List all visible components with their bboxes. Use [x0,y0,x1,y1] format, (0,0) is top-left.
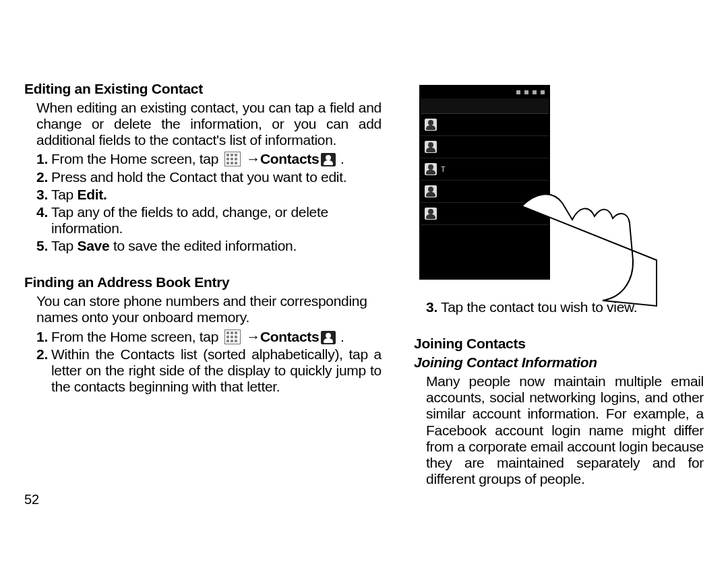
hand-pointer-icon [515,186,663,307]
step-text: Tap the contact tou wish to view. [441,299,637,315]
step-text: . [336,151,344,166]
heading-finding-entry: Finding an Address Book Entry [24,274,382,290]
step-text: Tap [51,187,78,202]
apps-grid-icon [224,330,241,344]
status-bar [421,86,549,98]
bold-label: Contacts [260,151,319,166]
step-item: 4. Tap any of the fields to add, change,… [36,204,382,237]
apps-grid-icon [224,152,241,166]
heading-editing-contact: Editing an Existing Contact [24,81,382,97]
step-number: 2. [36,346,48,363]
steps-finding-entry: 1. From the Home screen, tap →Contacts .… [24,329,382,396]
list-item [421,136,549,158]
list-item: T [421,158,549,181]
step-text: Press and hold the Contact that you want… [51,169,346,185]
step-text: From the Home screen, tap [51,151,222,166]
bold-label: Save [78,238,110,253]
intro-finding-entry: You can store phone numbers and their co… [24,293,382,325]
step-number: 4. [36,204,48,220]
arrow-icon: → [246,151,260,166]
arrow-icon: → [246,329,260,344]
para-joining-info: Many people now maintain multiple email … [414,373,704,487]
contacts-icon [321,331,336,344]
step-item: 1. From the Home screen, tap →Contacts . [36,329,382,345]
step-number: 5. [36,238,48,254]
intro-editing-contact: When editing an existing contact, you ca… [24,100,382,148]
step-text: . [336,329,344,344]
step-text: Within the Contacts list (sorted alphabe… [51,346,382,394]
step-item: 2. Press and hold the Contact that you w… [36,169,382,185]
avatar-icon [425,141,437,153]
step-number: 3. [36,187,48,203]
step-number: 1. [36,329,48,345]
steps-right: 3. Tap the contact tou wish to view. [414,299,704,315]
subheading-joining-info: Joining Contact Information [414,354,704,371]
step-text: Tap any of the fields to add, change, or… [51,204,328,236]
columns: Editing an Existing Contact When editing… [24,81,728,490]
step-text: to save the edited information. [109,238,297,253]
contacts-icon [321,153,336,166]
heading-joining-contacts: Joining Contacts [414,336,704,352]
step-item: 5. Tap Save to save the edited informati… [36,238,382,254]
step-item: 3. Tap Edit. [36,187,382,203]
step-number: 2. [36,169,48,185]
step-item: 1. From the Home screen, tap →Contacts . [36,151,382,167]
bold-label: Edit. [78,187,107,202]
avatar-icon [425,163,437,175]
avatar-icon [425,208,437,220]
avatar-icon [425,185,437,197]
left-column: Editing an Existing Contact When editing… [24,81,382,490]
step-number: 3. [426,299,437,315]
bold-label: Contacts [260,329,319,344]
step-item: 3. Tap the contact tou wish to view. [426,299,704,315]
step-text: From the Home screen, tap [51,329,222,344]
page-number: 52 [24,492,39,507]
manual-page: Editing an Existing Contact When editing… [0,0,728,562]
list-item [421,114,549,136]
step-item: 2. Within the Contacts list (sorted alph… [36,346,382,395]
avatar-icon [425,119,437,131]
step-number: 1. [36,151,48,167]
step-text: Tap [51,238,78,253]
app-header [421,98,549,114]
steps-editing-contact: 1. From the Home screen, tap →Contacts .… [24,151,382,254]
phone-illustration: T [414,85,657,294]
right-column: T 3. Tap the contact tou wish to view. J… [414,81,704,490]
